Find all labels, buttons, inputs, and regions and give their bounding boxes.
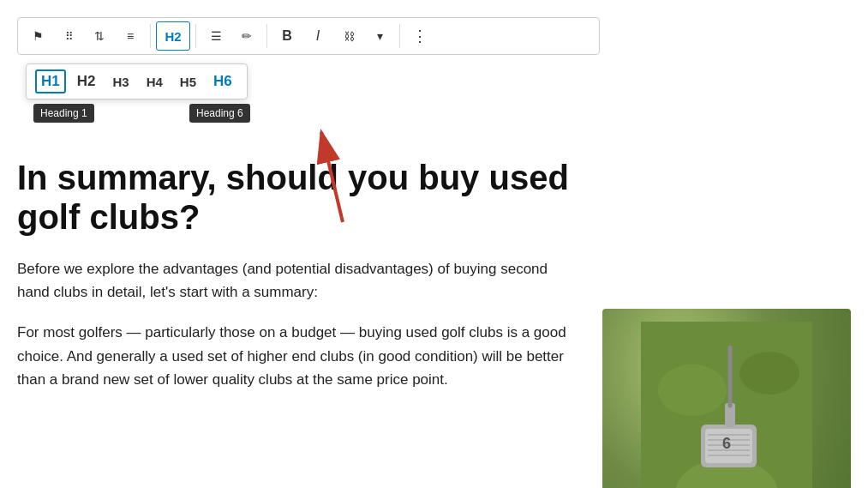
golf-club-photo: 6 <box>602 309 851 488</box>
h2-button[interactable]: H2 <box>156 21 190 51</box>
pen-button[interactable]: ✏ <box>232 21 261 51</box>
svg-text:6: 6 <box>722 435 731 452</box>
move-button[interactable]: ⇅ <box>85 21 114 51</box>
chevron-down-icon: ▾ <box>377 29 383 43</box>
h2-icon: H2 <box>165 29 181 44</box>
drag-button[interactable]: ⠿ <box>54 21 83 51</box>
article-paragraph-2: For most golfers — particularly those on… <box>17 321 577 391</box>
h2-heading-button[interactable]: H2 <box>71 69 102 93</box>
article-paragraph-1: Before we explore the advantages (and po… <box>17 257 577 304</box>
bold-button[interactable]: B <box>272 21 302 51</box>
editor-container: ⚑ ⠿ ⇅ ≡ H2 ☰ ✏ B I ⛓ ▾ <box>17 17 851 488</box>
link-icon: ⛓ <box>344 30 355 43</box>
text-content: Before we explore the advantages (and po… <box>17 257 577 408</box>
separator-1 <box>150 24 151 48</box>
separator-3 <box>266 24 267 48</box>
h3-heading-button[interactable]: H3 <box>106 71 135 93</box>
content-area: Before we explore the advantages (and po… <box>17 257 851 488</box>
align-icon: ≡ <box>127 29 134 43</box>
golf-club-svg: 6 <box>641 322 812 488</box>
svg-point-4 <box>739 352 799 395</box>
align-button[interactable]: ≡ <box>116 21 145 51</box>
bookmark-button[interactable]: ⚑ <box>23 21 52 51</box>
link-button[interactable]: ⛓ <box>334 21 363 51</box>
title-area: H1 H2 H3 H4 H5 H6 Heading 1 Heading 6 <box>17 72 851 488</box>
more-options-button[interactable]: ⋮ <box>405 21 434 51</box>
drag-icon: ⠿ <box>65 30 73 43</box>
more-icon: ⋮ <box>412 27 428 45</box>
pen-icon: ✏ <box>242 29 252 43</box>
toolbar: ⚑ ⠿ ⇅ ≡ H2 ☰ ✏ B I ⛓ ▾ <box>17 17 600 55</box>
text-align-button[interactable]: ☰ <box>201 21 230 51</box>
italic-button[interactable]: I <box>303 21 332 51</box>
h6-heading-button[interactable]: H6 <box>207 69 238 93</box>
h1-heading-button[interactable]: H1 <box>35 69 66 93</box>
h5-heading-button[interactable]: H5 <box>174 71 202 93</box>
h4-heading-button[interactable]: H4 <box>141 71 169 93</box>
bookmark-icon: ⚑ <box>33 29 44 43</box>
svg-point-3 <box>658 364 727 416</box>
text-align-icon: ☰ <box>211 29 222 43</box>
italic-icon: I <box>316 28 320 44</box>
move-icon: ⇅ <box>94 29 105 43</box>
separator-4 <box>399 24 400 48</box>
golf-club-image: 6 <box>602 309 851 488</box>
bold-icon: B <box>282 28 292 44</box>
separator-2 <box>195 24 196 48</box>
heading-selector-popup: H1 H2 H3 H4 H5 H6 Heading 1 Heading 6 <box>26 63 248 99</box>
chevron-button[interactable]: ▾ <box>365 21 394 51</box>
